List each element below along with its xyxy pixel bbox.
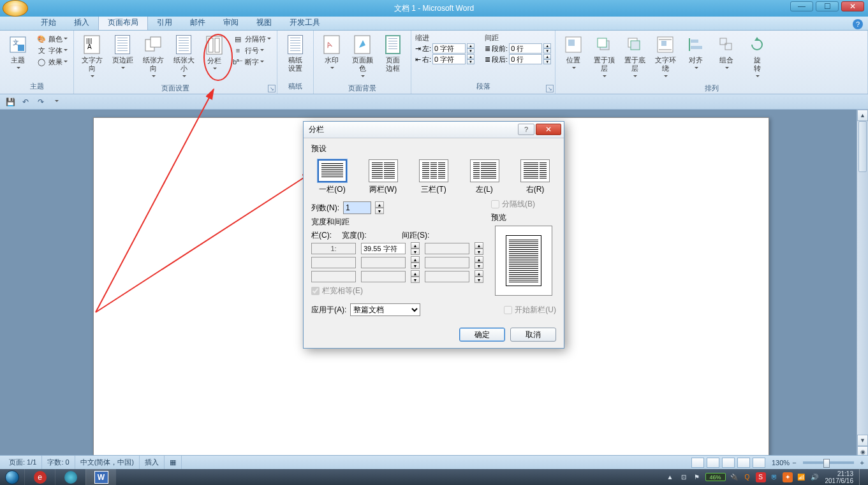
tab-view[interactable]: 视图 <box>247 15 281 30</box>
page-color-button[interactable]: 页面颜色 <box>348 33 376 82</box>
col-index-1[interactable] <box>311 243 356 254</box>
view-draft[interactable] <box>753 458 765 468</box>
dialog-titlebar[interactable]: 分栏 ? ✕ <box>304 122 564 138</box>
page-setup-launcher[interactable]: ↘ <box>268 85 276 92</box>
start-button[interactable] <box>0 469 24 485</box>
theme-effects[interactable]: ◯效果 <box>34 56 70 68</box>
col-width-1[interactable] <box>361 243 406 254</box>
taskbar-app-1[interactable]: e <box>24 469 55 485</box>
office-button[interactable] <box>3 0 28 17</box>
tray-flag-icon[interactable]: ⚑ <box>692 472 702 482</box>
tab-page-layout[interactable]: 页面布局 <box>98 15 148 30</box>
dialog-help-button[interactable]: ? <box>518 124 534 135</box>
tray-clock[interactable]: 21:132017/6/16 <box>823 470 857 484</box>
status-language[interactable]: 中文(简体，中国) <box>75 456 140 469</box>
scroll-down[interactable]: ▼ <box>857 435 868 446</box>
tray-show-hidden[interactable]: ▲ <box>665 472 675 482</box>
space-after[interactable]: ≣段后:▲▼ <box>485 54 551 64</box>
indent-right-input[interactable] <box>432 54 466 64</box>
theme-colors[interactable]: 🎨颜色 <box>34 33 70 45</box>
scroll-thumb[interactable] <box>858 121 867 172</box>
status-page[interactable]: 页面: 1/1 <box>4 456 42 469</box>
equal-width-checkbox[interactable]: 栏宽相等(E) <box>311 286 483 296</box>
watermark-button[interactable]: A水印 <box>318 33 346 74</box>
hyphenation-button[interactable]: bª⁻断字 <box>231 56 273 68</box>
tray-orange-icon[interactable]: ✦ <box>783 472 793 482</box>
qat-undo[interactable]: ↶ <box>19 96 32 108</box>
tab-insert[interactable]: 插入 <box>65 15 98 30</box>
columns-button[interactable]: 分栏 <box>200 33 228 75</box>
scroll-up[interactable]: ▲ <box>857 110 868 121</box>
preset-two[interactable]: 两栏(W) <box>367 158 399 196</box>
apply-to-select[interactable]: 整篇文档 <box>350 303 420 316</box>
vertical-scrollbar[interactable]: ▲ ▼ ◉ ▼ <box>857 110 868 469</box>
send-back-button[interactable]: 置于底层 <box>621 33 649 82</box>
zoom-out[interactable]: − <box>792 459 796 467</box>
indent-left-input[interactable] <box>432 43 466 54</box>
tray-battery[interactable]: 46% <box>705 473 726 481</box>
status-words[interactable]: 字数: 0 <box>42 456 75 469</box>
zoom-in[interactable]: + <box>860 459 864 467</box>
view-print-layout[interactable] <box>691 458 704 468</box>
tab-references[interactable]: 引用 <box>148 15 181 30</box>
tab-review[interactable]: 审阅 <box>214 15 247 30</box>
space-before[interactable]: ≣段前:▲▼ <box>485 43 551 54</box>
qat-redo[interactable]: ↷ <box>34 96 47 108</box>
taskbar-app-2[interactable] <box>55 469 85 485</box>
margins-button[interactable]: 页边距 <box>108 33 136 74</box>
paragraph-launcher[interactable]: ↘ <box>546 85 554 92</box>
tray-volume-icon[interactable]: 🔊 <box>809 472 820 482</box>
tray-s-icon[interactable]: S <box>756 472 766 482</box>
breaks-button[interactable]: ▤分隔符 <box>231 33 273 45</box>
cancel-button[interactable]: 取消 <box>510 328 556 342</box>
start-new-column-checkbox[interactable]: 开始新栏(U) <box>504 305 556 315</box>
num-cols-input[interactable] <box>343 201 371 214</box>
bring-front-button[interactable]: 置于顶层 <box>590 33 618 82</box>
tab-home[interactable]: 开始 <box>32 15 65 30</box>
view-full-screen[interactable] <box>707 458 719 468</box>
tab-mailings[interactable]: 邮件 <box>181 15 214 30</box>
align-button[interactable]: 对齐 <box>682 33 710 74</box>
tray-network-icon[interactable]: 📶 <box>796 472 806 482</box>
line-numbers-button[interactable]: ≡行号 <box>231 45 273 56</box>
view-outline[interactable] <box>737 458 750 468</box>
maximize-button[interactable]: ☐ <box>816 1 839 11</box>
tab-developer[interactable]: 开发工具 <box>281 15 329 30</box>
preset-left[interactable]: 左(L) <box>469 158 501 196</box>
page-border-button[interactable]: 页面 边框 <box>379 33 407 74</box>
text-direction-button[interactable]: ||||A文字方向 <box>78 33 106 82</box>
preset-one[interactable]: 一栏(O) <box>316 158 348 196</box>
close-button[interactable]: ✕ <box>841 1 864 11</box>
taskbar-word[interactable]: W <box>85 469 116 485</box>
status-mode[interactable]: 插入 <box>140 456 165 469</box>
space-after-input[interactable] <box>509 54 542 64</box>
dialog-close-button[interactable]: ✕ <box>536 124 561 135</box>
position-button[interactable]: 位置 <box>559 33 587 74</box>
orientation-button[interactable]: 纸张方向 <box>139 33 167 82</box>
indent-left[interactable]: ⇥左:▲▼ <box>415 43 474 54</box>
theme-fonts[interactable]: 文字体 <box>34 45 70 56</box>
status-macro-icon[interactable]: ▦ <box>165 456 182 469</box>
zoom-slider[interactable] <box>803 461 854 464</box>
qat-save[interactable]: 💾 <box>4 96 17 108</box>
col-spacing-1[interactable] <box>425 243 469 254</box>
size-button[interactable]: 纸张大小 <box>170 33 198 82</box>
help-icon[interactable]: ? <box>853 19 863 29</box>
minimize-button[interactable]: — <box>790 1 813 11</box>
ok-button[interactable]: 确定 <box>459 328 505 342</box>
rotate-button[interactable]: 旋 转 <box>743 33 771 82</box>
tray-qq-icon[interactable]: Q <box>742 472 753 482</box>
text-wrap-button[interactable]: 文字环绕 <box>651 33 679 82</box>
tray-shield-icon[interactable]: ⛨ <box>769 472 779 482</box>
preset-three[interactable]: 三栏(T) <box>418 158 450 196</box>
show-desktop[interactable] <box>859 469 864 485</box>
view-web-layout[interactable] <box>722 458 735 468</box>
line-between-checkbox[interactable]: 分隔线(B) <box>491 199 556 210</box>
preset-right[interactable]: 右(R) <box>519 158 551 196</box>
themes-button[interactable]: 文 主题 <box>4 33 32 74</box>
space-before-input[interactable] <box>509 43 542 54</box>
qat-customize[interactable] <box>50 96 63 108</box>
group-button[interactable]: 组合 <box>712 33 740 74</box>
tray-power-icon[interactable]: 🔌 <box>729 472 739 482</box>
manuscript-settings-button[interactable]: 稿纸 设置 <box>281 33 309 74</box>
